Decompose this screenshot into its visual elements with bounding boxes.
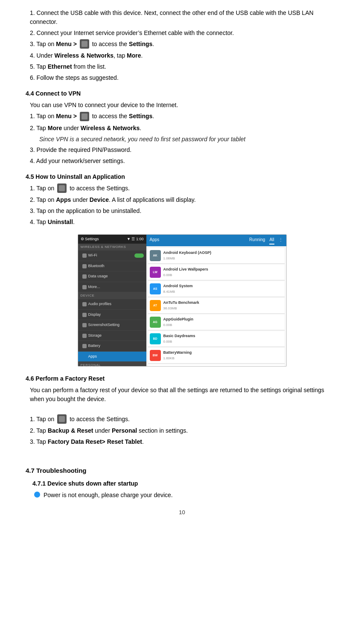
section-4-6: 4.6 Perform a Factory Reset You can perf…: [26, 374, 338, 446]
app-size-antutu: 36.03MB: [163, 306, 283, 311]
sim-app-android-keyboard: AK Android Keyboard (AOSP) 1.06MB: [148, 248, 285, 264]
app-name-battery-warning: BatteryWarning: [163, 350, 283, 356]
audio-icon: [82, 302, 87, 306]
sim-screenshot: ScreenshotSetting: [78, 320, 146, 331]
app-icon-appguide: AG: [150, 317, 161, 328]
section-4-4-step-3: 3. Provide the required PIN/Password.: [30, 146, 338, 154]
sim-running-tab: Running: [249, 236, 265, 245]
app-name-system: Android System: [163, 283, 283, 289]
sim-app-battery-warning: BW BatteryWarning 1.60KB: [148, 348, 285, 364]
sim-audio: Audio profiles: [78, 299, 146, 310]
app-name-wallpapers: Android Live Wallpapers: [163, 267, 283, 273]
screenshot-container: ⚙ Settings ▼ ☰ 1:00 Wireless & Networks …: [26, 234, 338, 367]
section-4-6-step-3: 3. Tap Factory Data Reset> Reset Tablet.: [30, 437, 338, 446]
section-4-4-step-1: 1. Tap on Menu > to access the Settings.: [30, 112, 338, 121]
sim-more: More...: [78, 282, 146, 293]
app-info-antutu: AnTuTu Benchmark 36.03MB: [163, 300, 283, 311]
app-icon-antutu: AT: [150, 300, 161, 311]
battery-icon: [82, 344, 87, 348]
app-info-system: Android System 8.41MB: [163, 283, 283, 294]
sim-time: ▼ ☰ 1:00: [127, 236, 143, 242]
sim-app-black-hole: BH Black Hole ...: [148, 364, 285, 367]
sim-app-basic-daydreams: BD Basic Daydreams 0.00B: [148, 331, 285, 347]
sim-title: ⚙ Settings: [81, 236, 99, 242]
sim-storage: Storage: [78, 331, 146, 341]
step-3: 3. Tap on Menu > to access the Settings.: [30, 40, 338, 49]
app-icon-battery-warning: BW: [150, 350, 161, 361]
sim-data-usage: Data usage: [78, 271, 146, 282]
section-4-6-heading: 4.6 Perform a Factory Reset: [26, 374, 338, 383]
sim-apps: Apps: [78, 352, 146, 362]
sim-app-antutu: AT AnTuTu Benchmark 36.03MB: [148, 298, 285, 314]
menu-icon: [80, 39, 89, 49]
section-4-4-step-4: 4. Add your network/server settings.: [30, 157, 338, 166]
app-icon-system: AS: [150, 283, 161, 294]
app-size-battery-warning: 1.60KB: [163, 356, 283, 361]
section-4-5-step-1: 1. Tap on to access the Settings.: [30, 184, 338, 193]
app-icon-wallpapers: LW: [150, 267, 161, 278]
wifi-icon: [82, 253, 87, 258]
section-4-6-step-2: 2. Tap Backup & Reset under Personal sec…: [30, 426, 338, 435]
sim-right-panel: Apps Running All ⋮ AK Android Keyboard (…: [146, 235, 286, 366]
sim-wireless-label: Wireless & Networks: [78, 244, 146, 250]
app-info-appguide: AppGuidePlugin 0.00B: [163, 317, 283, 328]
display-icon: [82, 313, 87, 317]
section-4-7: 4.7 Troubleshooting 4.7.1 Device shuts d…: [26, 466, 338, 500]
sim-apps-title: Apps: [150, 236, 160, 245]
app-icon-keyboard: AK: [150, 250, 161, 261]
sim-display: Display: [78, 310, 146, 320]
app-name-keyboard: Android Keyboard (AOSP): [163, 250, 283, 256]
app-info-keyboard: Android Keyboard (AOSP) 1.06MB: [163, 250, 283, 261]
app-size-system: 8.41MB: [163, 289, 283, 294]
sim-bluetooth: Bluetooth: [78, 261, 146, 272]
sim-app-appguide: AG AppGuidePlugin 0.00B: [148, 314, 285, 330]
screenshot-icon: [82, 323, 87, 327]
sim-device-label: Device: [78, 292, 146, 299]
apps-icon: [82, 355, 87, 359]
section-4-5: 4.5 How to Uninstall an Application 1. T…: [26, 172, 338, 227]
app-icon-daydreams: BD: [150, 333, 161, 344]
sim-personal-label: Personal: [78, 362, 146, 367]
settings-icon-2: [57, 414, 67, 424]
data-usage-icon: [82, 274, 87, 279]
sim-wifi: Wi-Fi: [78, 250, 146, 261]
section-4-5-step-3: 3. Tap on the application to be uninstal…: [30, 207, 338, 215]
sim-app-list: AK Android Keyboard (AOSP) 1.06MB LW And…: [146, 246, 286, 367]
section-4-4-intro: You can use VPN to connect your device t…: [30, 101, 338, 110]
sim-apps-header: Apps Running All ⋮: [146, 235, 286, 246]
bullet-dot: [34, 492, 40, 498]
section-4-4-heading: 4.4 Connect to VPN: [26, 89, 338, 98]
sim-left-panel: ⚙ Settings ▼ ☰ 1:00 Wireless & Networks …: [78, 235, 146, 366]
sim-header: ⚙ Settings ▼ ☰ 1:00: [78, 235, 146, 244]
section-4-5-step-4: 4. Tap Uninstall.: [30, 218, 338, 227]
section-4-5-step-2: 2. Tap on Apps under Device. A list of a…: [30, 195, 338, 204]
app-info-battery-warning: BatteryWarning 1.60KB: [163, 350, 283, 361]
section-4-7-1-heading: 4.7.1 Device shuts down after startup: [32, 479, 338, 488]
section-4-4-step-2: 2. Tap More under Wireless & Networks.: [30, 124, 338, 133]
section-4-6-intro: You can perform a factory rest of your d…: [30, 386, 338, 404]
menu-icon-2: [80, 112, 89, 121]
page-footer: 10: [26, 508, 338, 517]
section-4-4: 4.4 Connect to VPN You can use VPN to co…: [26, 89, 338, 165]
section-4-5-heading: 4.5 How to Uninstall an Application: [26, 172, 338, 181]
sim-all-tab: All: [269, 236, 274, 245]
step-list-top: 1. Connect the USB cable with this devic…: [26, 9, 338, 82]
step-4: 4. Under Wireless & Networks, tap More.: [30, 51, 338, 60]
app-size-appguide: 0.00B: [163, 323, 283, 328]
step-1: 1. Connect the USB cable with this devic…: [30, 9, 338, 26]
step-2: 2. Connect your Internet service provide…: [30, 29, 338, 38]
app-name-antutu: AnTuTu Benchmark: [163, 300, 283, 306]
settings-icon: [57, 183, 67, 193]
storage-icon: [82, 334, 87, 338]
app-size-wallpapers: 0.00B: [163, 273, 283, 278]
section-4-4-subtext: Since VPN is a secured network, you need…: [39, 135, 338, 144]
section-4-7-heading: 4.7 Troubleshooting: [26, 466, 338, 476]
app-info-daydreams: Basic Daydreams 0.00B: [163, 333, 283, 344]
app-size-daydreams: 0.00B: [163, 339, 283, 344]
sim-dots: ⋮: [279, 236, 283, 245]
step-6: 6. Follow the steps as suggested.: [30, 73, 338, 82]
sim-app-live-wallpapers: LW Android Live Wallpapers 0.00B: [148, 265, 285, 280]
step-5: 5. Tap Ethernet from the list.: [30, 62, 338, 71]
bluetooth-icon: [82, 264, 87, 268]
sim-battery: Battery: [78, 341, 146, 352]
